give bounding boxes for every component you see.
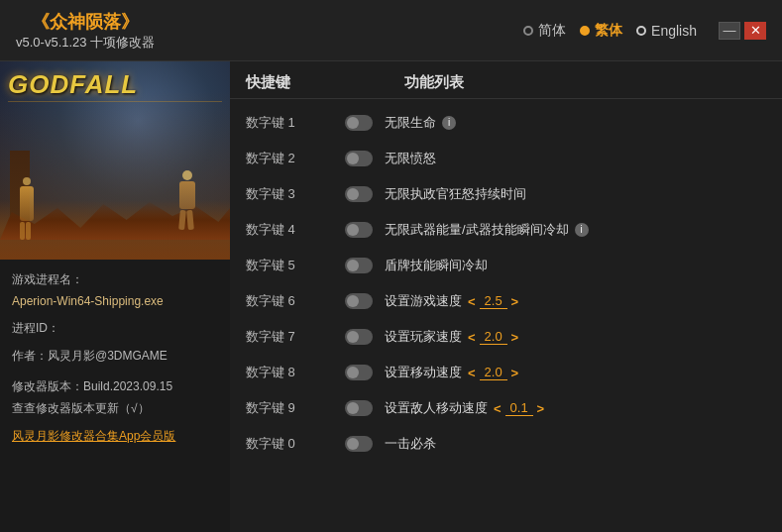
toggle-button[interactable] [345,115,373,131]
right-panel: 快捷键 功能列表 数字键 1无限生命i数字键 2无限愤怒数字键 3无限执政官狂怒… [230,61,782,532]
func-label: 无限执政官狂怒持续时间 [385,185,526,203]
game-subtitle: v5.0-v5.1.23 十项修改器 [16,34,155,52]
key-label: 数字键 6 [246,292,345,310]
func-label: 盾牌技能瞬间冷却 [385,257,488,274]
col-header-key: 快捷键 [246,73,345,92]
func-label: 无限生命i [385,114,456,132]
key-label: 数字键 7 [246,328,345,346]
vip-link[interactable]: 风灵月影修改器合集App会员版 [12,426,218,448]
left-panel: GODFALL 游戏进程名： Aperion-Win64-Shipping.ex… [0,61,230,532]
func-text: 无限执政官狂怒持续时间 [385,185,526,203]
speed-value: 2.0 [480,365,507,380]
lang-simplified-radio [523,26,533,36]
process-id-label: 进程ID： [12,321,59,335]
title-left: 《众神陨落》 v5.0-v5.1.23 十项修改器 [16,10,155,52]
speed-decrease-button[interactable]: < [494,401,502,416]
col-header-func: 功能列表 [404,73,464,92]
lang-simplified-label: 简体 [538,22,566,40]
speed-decrease-button[interactable]: < [468,330,476,345]
feature-row: 数字键 8设置移动速度 <2.0> [230,355,782,390]
func-text: 无限愤怒 [385,150,436,167]
func-text: 一击必杀 [385,435,436,453]
feature-row: 数字键 5盾牌技能瞬间冷却 [230,248,782,283]
lang-english-label: English [651,23,697,39]
main-content: GODFALL 游戏进程名： Aperion-Win64-Shipping.ex… [0,61,782,532]
speed-increase-button[interactable]: > [511,294,519,309]
author-label: 作者：风灵月影@3DMGAME [12,349,168,363]
toggle-button[interactable] [345,222,373,238]
key-label: 数字键 2 [246,150,345,167]
lang-english[interactable]: English [636,23,697,39]
func-label: 设置玩家速度 <2.0> [385,328,518,346]
check-update-label: 查查修改器版本更新（√） [12,401,150,415]
feature-row: 数字键 6设置游戏速度 <2.5> [230,283,782,319]
func-text: 设置游戏速度 [385,292,462,310]
func-text: 无限武器能量/武器技能瞬间冷却 [385,221,569,239]
lang-english-radio [636,26,646,36]
key-label: 数字键 9 [246,399,345,417]
key-label: 数字键 1 [246,114,345,132]
key-label: 数字键 3 [246,185,345,203]
column-headers: 快捷键 功能列表 [230,61,782,99]
speed-value: 0.1 [505,400,533,416]
func-label: 设置游戏速度 <2.5> [385,292,518,310]
toggle-button[interactable] [345,329,373,345]
feature-list: 数字键 1无限生命i数字键 2无限愤怒数字键 3无限执政官狂怒持续时间数字键 4… [230,99,782,532]
feature-row: 数字键 7设置玩家速度 <2.0> [230,319,782,355]
game-image: GODFALL [0,61,230,260]
window-buttons: — ✕ [719,22,766,40]
feature-row: 数字键 3无限执政官狂怒持续时间 [230,176,782,212]
toggle-button[interactable] [345,258,373,273]
feature-row: 数字键 2无限愤怒 [230,141,782,176]
func-text: 盾牌技能瞬间冷却 [385,257,488,274]
title-right: 简体 繁体 English — ✕ [523,22,766,40]
func-text: 设置移动速度 [385,364,462,381]
lang-traditional-radio [580,26,590,36]
version-label: 修改器版本：Build.2023.09.15 [12,379,172,393]
toggle-button[interactable] [345,365,373,380]
info-icon[interactable]: i [575,223,589,237]
feature-row: 数字键 9设置敌人移动速度 <0.1> [230,390,782,426]
speed-increase-button[interactable]: > [511,366,519,380]
game-process-label: 游戏进程名： [12,272,83,286]
speed-decrease-button[interactable]: < [468,294,476,309]
speed-decrease-button[interactable]: < [468,366,476,380]
toggle-button[interactable] [345,400,373,416]
toggle-button[interactable] [345,436,373,452]
key-label: 数字键 5 [246,257,345,274]
game-process-name-label: 游戏进程名： Aperion-Win64-Shipping.exe [12,269,218,312]
toggle-button[interactable] [345,151,373,166]
process-id-row: 进程ID： [12,318,218,340]
key-label: 数字键 8 [246,364,345,381]
func-label: 一击必杀 [385,435,436,453]
check-update-row[interactable]: 查查修改器版本更新（√） [12,398,218,420]
speed-increase-button[interactable]: > [537,401,545,416]
author-row: 作者：风灵月影@3DMGAME [12,346,218,368]
feature-row: 数字键 4无限武器能量/武器技能瞬间冷却i [230,212,782,248]
close-button[interactable]: ✕ [744,22,766,40]
func-label: 设置敌人移动速度 <0.1> [385,399,544,417]
game-process-value: Aperion-Win64-Shipping.exe [12,294,164,308]
key-label: 数字键 0 [246,435,345,453]
version-row: 修改器版本：Build.2023.09.15 [12,376,218,398]
feature-row: 数字键 1无限生命i [230,105,782,141]
speed-value: 2.5 [480,293,507,309]
title-bar: 《众神陨落》 v5.0-v5.1.23 十项修改器 简体 繁体 English … [0,0,782,61]
lang-traditional[interactable]: 繁体 [580,22,622,40]
func-label: 无限武器能量/武器技能瞬间冷却i [385,221,589,239]
func-text: 设置敌人移动速度 [385,399,488,417]
speed-control: <2.0> [468,365,518,380]
speed-value: 2.0 [480,329,507,345]
func-label: 设置移动速度 <2.0> [385,364,518,381]
speed-control: <2.5> [468,293,518,309]
func-text: 设置玩家速度 [385,328,462,346]
speed-increase-button[interactable]: > [511,330,519,345]
speed-control: <2.0> [468,329,518,345]
info-icon[interactable]: i [442,116,456,130]
toggle-button[interactable] [345,293,373,309]
speed-control: <0.1> [494,400,544,416]
game-info: 游戏进程名： Aperion-Win64-Shipping.exe 进程ID： … [0,260,230,532]
toggle-button[interactable] [345,186,373,202]
lang-simplified[interactable]: 简体 [523,22,566,40]
minimize-button[interactable]: — [719,22,740,40]
